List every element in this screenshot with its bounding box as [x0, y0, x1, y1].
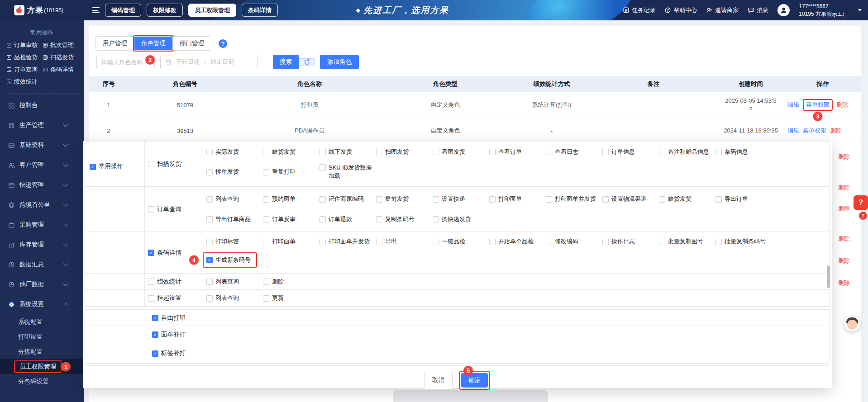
tab-1[interactable]: 角色管理2 [134, 37, 173, 50]
topnav-tab-0[interactable]: 编码管理 [105, 4, 141, 17]
confirm-button[interactable]: 确定 [461, 373, 488, 388]
sidebar-item-6[interactable]: 采购管理 [0, 215, 84, 235]
perm-item[interactable]: 设置快递 [433, 195, 489, 203]
checkbox-unchecked[interactable] [148, 206, 154, 213]
checkbox-unchecked[interactable] [489, 196, 496, 203]
checkbox-unchecked[interactable] [546, 196, 552, 203]
user-avatar[interactable] [777, 4, 790, 16]
checkbox-unchecked[interactable] [263, 149, 269, 155]
perm-item[interactable]: 订单信息 [602, 148, 659, 156]
checkbox-unchecked[interactable] [263, 196, 269, 203]
perm-group-toggle[interactable]: ✓条码详情 [145, 232, 203, 273]
perm-item[interactable]: 换快递发货 [433, 215, 489, 223]
checkbox-unchecked[interactable] [433, 149, 439, 155]
checkbox-unchecked[interactable] [376, 239, 382, 245]
refresh-button[interactable] [299, 58, 315, 66]
checkbox-unchecked[interactable] [602, 149, 609, 155]
checkbox-checked[interactable]: ✓ [148, 250, 154, 256]
checkbox-unchecked[interactable] [206, 295, 213, 302]
checkbox-unchecked[interactable] [433, 216, 439, 222]
quick-link-2[interactable]: 品检验货 [6, 53, 42, 61]
perm-item[interactable]: SKU ID发货数据加载 [320, 164, 376, 180]
perm-item[interactable]: 记住商家编码 [320, 195, 376, 203]
perm-item[interactable]: 导出订单商品 [206, 215, 263, 223]
sidebar-subitem-0[interactable]: 系统配置 [0, 314, 84, 329]
perm-item[interactable]: 提前发货 [376, 195, 433, 203]
perm-item[interactable]: 看图发货 [433, 148, 489, 156]
perm-item[interactable]: 设置物流渠道 [602, 195, 659, 203]
perm-item[interactable]: 列表查询 [206, 278, 263, 286]
perm-item[interactable]: 列表查询 [206, 294, 263, 302]
perm-item[interactable]: 打印面单并发货 [546, 195, 602, 203]
checkbox-unchecked[interactable] [320, 239, 326, 245]
checkbox-unchecked[interactable] [602, 196, 609, 203]
floating-help-button[interactable]: ? [854, 195, 868, 210]
perm-group-toggle[interactable]: 订单查询 [145, 187, 203, 232]
checkbox-unchecked[interactable] [320, 216, 326, 222]
topnav-tab-2[interactable]: 员工权限管理 [188, 4, 236, 17]
perm-item[interactable]: 修改编码 [546, 237, 602, 246]
perm-item[interactable]: 订单退款 [320, 215, 376, 223]
edit-link[interactable]: 编辑 [787, 127, 799, 135]
covered-delete-link[interactable]: 删除 [838, 235, 850, 243]
quick-link-5[interactable]: 条码详情 [43, 66, 78, 74]
checkbox-unchecked[interactable] [433, 196, 439, 203]
sidebar-subitem-4[interactable]: 分包码设置 [0, 374, 84, 389]
checkbox-unchecked[interactable] [206, 216, 213, 222]
perm-standalone-2[interactable]: ✓标签补打 [85, 343, 829, 363]
perm-item[interactable]: 查看日志 [546, 148, 602, 156]
perm-root-toggle[interactable]: ✓常用操作 [90, 162, 123, 170]
floating-help-dot[interactable]: ? [859, 212, 867, 220]
checkbox-unchecked[interactable] [376, 149, 382, 155]
checkbox-unchecked[interactable] [715, 239, 722, 245]
checkbox-unchecked[interactable] [320, 164, 326, 170]
perm-item[interactable]: 一键品检 [433, 237, 489, 246]
checkbox-unchecked[interactable] [263, 295, 269, 302]
pagination-bar[interactable] [393, 390, 548, 402]
checkbox-unchecked[interactable] [320, 196, 326, 203]
menu-perm-link[interactable]: 菜单权限 [803, 127, 826, 135]
covered-delete-link[interactable]: 删除 [838, 204, 850, 213]
checkbox-unchecked[interactable] [206, 169, 213, 175]
sidebar-item-4[interactable]: 快递管理 [0, 175, 84, 195]
checkbox-checked[interactable]: ✓ [206, 257, 213, 263]
user-menu[interactable]: 177****5667 10195 方果演示工厂 [799, 3, 848, 17]
topnav-tab-1[interactable]: 权限修改 [147, 4, 183, 17]
perm-item[interactable]: 预约面单 [263, 195, 320, 203]
checkbox-unchecked[interactable] [489, 239, 496, 245]
perm-item[interactable]: 更新 [263, 294, 320, 302]
sidebar-item-5[interactable]: 跨境首公里 [0, 195, 84, 215]
topnav-tab-3[interactable]: 条码详情 [242, 4, 278, 17]
customer-service-avatar[interactable] [844, 316, 860, 331]
checkbox-unchecked[interactable] [206, 196, 213, 203]
topbar-item-0[interactable]: 任务记录 [623, 6, 655, 14]
search-button[interactable]: 搜索 [273, 55, 299, 69]
cancel-button[interactable]: 取消 [424, 371, 453, 390]
perm-item[interactable]: 扫图发货 [376, 148, 433, 156]
perm-item[interactable]: 批量复制图号 [659, 237, 715, 246]
checkbox-unchecked[interactable] [263, 239, 269, 245]
perm-item[interactable]: 重复打印 [263, 168, 320, 176]
perm-item-highlighted[interactable]: 4✓生成新条码号 [203, 252, 257, 268]
sidebar-item-0[interactable]: 控制台 [0, 95, 84, 115]
covered-delete-link[interactable]: 删除 [838, 153, 850, 161]
checkbox-unchecked[interactable] [659, 239, 665, 245]
perm-item[interactable]: 删除 [263, 278, 320, 286]
quick-link-3[interactable]: 扫描发货 [43, 53, 78, 61]
sidebar-item-10[interactable]: 系统设置 [0, 294, 84, 314]
checkbox-unchecked[interactable] [148, 279, 154, 285]
quick-link-6[interactable]: 绩效统计 [6, 78, 42, 86]
checkbox-checked[interactable]: ✓ [152, 350, 158, 357]
sidebar-item-2[interactable]: 基础资料 [0, 135, 84, 155]
perm-item[interactable]: 导出 [376, 237, 433, 246]
checkbox-unchecked[interactable] [148, 295, 154, 302]
checkbox-checked[interactable]: ✓ [90, 164, 96, 170]
checkbox-unchecked[interactable] [263, 169, 269, 175]
tab-0[interactable]: 用户管理 [96, 37, 134, 50]
covered-delete-link[interactable]: 删除 [838, 184, 850, 192]
checkbox-unchecked[interactable] [376, 196, 382, 203]
sidebar-item-3[interactable]: 客户管理 [0, 155, 84, 175]
sidebar-item-9[interactable]: 他厂数据 [0, 274, 84, 294]
perm-item[interactable]: 缺货发货 [659, 195, 715, 203]
perm-item[interactable]: 查看订单 [489, 148, 546, 156]
